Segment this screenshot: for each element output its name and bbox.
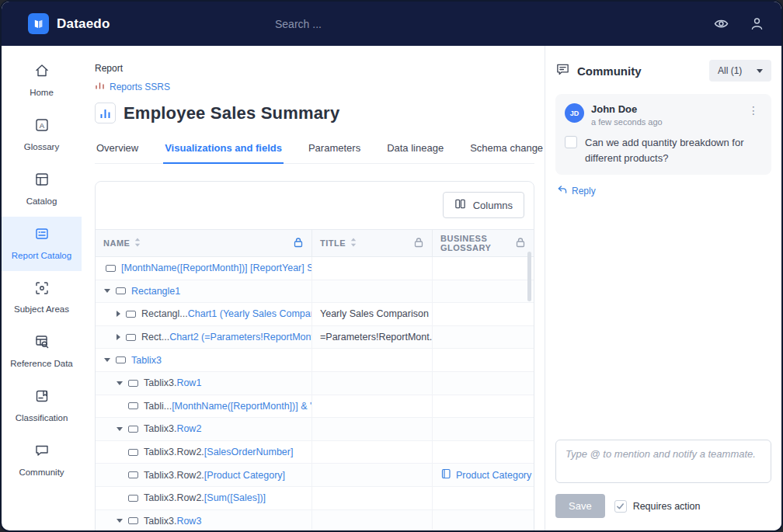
columns-button[interactable]: Columns	[443, 192, 524, 218]
breadcrumb[interactable]: Reports SSRS	[95, 81, 534, 92]
sidebar-item-subject-areas[interactable]: Subject Areas	[2, 271, 82, 325]
sidebar-item-glossary[interactable]: A Glossary	[2, 108, 82, 162]
sort-icon[interactable]	[350, 238, 357, 249]
cell-glossary	[432, 418, 534, 440]
comment-menu-icon[interactable]: ⋮	[745, 103, 762, 117]
row-link[interactable]: Row2	[176, 423, 201, 434]
cell-name: Tabli... [MonthName([ReportMonth])] & " …	[96, 395, 311, 418]
row-link[interactable]: Row3	[176, 516, 201, 527]
column-header-name[interactable]: NAME	[96, 230, 311, 256]
svg-text:A: A	[39, 120, 44, 129]
cell-glossary: Product Category	[432, 464, 534, 486]
requires-action-label: Requires action	[633, 501, 701, 512]
requires-action-toggle[interactable]: Requires action	[614, 499, 701, 513]
table-row[interactable]: Tablix3	[96, 349, 534, 372]
cell-name: Rect... Chart2 (=Parameters!ReportMonth.…	[96, 326, 311, 349]
table-row[interactable]: Rectangle1	[96, 280, 534, 304]
caret-icon[interactable]	[117, 311, 120, 317]
column-header-title[interactable]: TITLE	[311, 230, 432, 256]
table-row[interactable]: Tablix3. Row1	[96, 372, 534, 395]
comment-composer-input[interactable]	[555, 440, 771, 483]
table-scrollbar[interactable]	[527, 252, 531, 301]
eye-icon[interactable]	[713, 17, 729, 30]
row-link[interactable]: [Product Category]	[204, 470, 285, 481]
community-panel-icon	[555, 62, 570, 80]
comments-filter-dropdown[interactable]: All (1)	[709, 60, 771, 82]
dataedo-logo-icon[interactable]	[28, 13, 49, 34]
tab-overview[interactable]: Overview	[95, 135, 140, 163]
table-header: NAME TITLE	[96, 229, 534, 257]
tab-schema-change-tracking[interactable]: Schema change tracking	[468, 135, 545, 163]
requires-action-checkbox[interactable]	[614, 500, 627, 513]
tab-parameters[interactable]: Parameters	[307, 135, 362, 163]
save-button[interactable]: Save	[555, 494, 605, 518]
cell-name: Tablix3	[96, 349, 311, 371]
row-prefix: Tablix3.Row2.	[144, 470, 204, 481]
cell-name: Tablix3. Row1	[96, 372, 311, 395]
cell-glossary	[432, 441, 534, 464]
sidebar-item-classification[interactable]: Classification	[2, 379, 82, 433]
glossary-term[interactable]: Product Category	[440, 468, 531, 482]
caret-icon[interactable]	[117, 519, 123, 523]
sidebar-item-reference-data[interactable]: Reference Data	[2, 325, 82, 379]
row-link[interactable]: [SalesOrderNumber]	[204, 447, 294, 457]
tab-data-lineage[interactable]: Data lineage	[385, 135, 445, 163]
report-item-icon	[126, 334, 136, 341]
row-prefix: Rectangl...	[141, 308, 188, 319]
sidebar-item-home[interactable]: Home	[2, 54, 82, 108]
cell-glossary	[432, 280, 534, 303]
row-link[interactable]: Rectangle1	[131, 286, 180, 297]
sidebar-item-community[interactable]: Community	[2, 433, 82, 488]
comment-task-checkbox[interactable]	[565, 136, 577, 148]
caret-icon[interactable]	[117, 334, 120, 340]
tab-visualizations-and-fields[interactable]: Visualizations and fields	[163, 135, 284, 164]
search-input[interactable]: Search ...	[275, 18, 322, 30]
caret-icon[interactable]	[117, 427, 123, 431]
cell-title	[311, 395, 432, 418]
caret-icon[interactable]	[104, 358, 110, 362]
catalog-icon	[34, 172, 50, 190]
report-item-icon	[128, 449, 138, 456]
row-link[interactable]: [MonthName([ReportMonth])] & " ...	[172, 401, 311, 412]
classification-icon	[34, 388, 50, 407]
table-row[interactable]: Tablix3.Row2. [Product Category] Product…	[96, 464, 534, 487]
cell-title	[311, 418, 432, 440]
table-row[interactable]: Rect... Chart2 (=Parameters!ReportMonth.…	[96, 326, 534, 349]
brand-name: Dataedo	[57, 16, 110, 32]
table-row[interactable]: Tabli... [MonthName([ReportMonth])] & " …	[96, 395, 534, 419]
table-row[interactable]: Tablix3.Row2. [Sum([Sales])]	[96, 487, 534, 510]
sidebar-item-report-catalog[interactable]: Report Catalog	[2, 217, 82, 271]
community-panel-title: Community	[577, 64, 642, 78]
user-icon[interactable]	[750, 16, 764, 31]
table-row[interactable]: Tablix3. Row3	[96, 510, 534, 530]
cell-title	[311, 464, 432, 486]
main-content: Report Reports SSRS Employee Sales Summa…	[82, 46, 545, 530]
row-prefix: Tablix3.	[144, 516, 176, 527]
table-row[interactable]: Rectangl... Chart1 (Yearly Sales Compari…	[96, 303, 534, 326]
row-link[interactable]: Row1	[176, 377, 201, 388]
page-title: Employee Sales Summary	[124, 103, 339, 123]
cell-name: Rectangl... Chart1 (Yearly Sales Compari…	[96, 303, 311, 325]
caret-icon[interactable]	[104, 289, 110, 293]
cell-title	[311, 280, 432, 303]
row-link[interactable]: [MonthName([ReportMonth])] [ReportYear] …	[121, 263, 311, 273]
reply-button[interactable]: Reply	[555, 185, 771, 196]
table-row[interactable]: Tablix3. Row2	[96, 418, 534, 441]
sidebar-item-label: Glossary	[24, 141, 59, 153]
table-row[interactable]: [MonthName([ReportMonth])] [ReportYear] …	[96, 257, 534, 280]
community-icon	[34, 443, 50, 461]
sidebar-item-label: Community	[19, 467, 64, 478]
column-header-business-glossary[interactable]: BUSINESS GLOSSARY	[432, 230, 534, 256]
cell-glossary	[432, 257, 534, 280]
cell-title	[311, 372, 432, 395]
report-item-icon	[128, 517, 138, 524]
book-icon	[440, 468, 451, 482]
row-link[interactable]: Tablix3	[131, 355, 162, 366]
row-link[interactable]: Chart2 (=Parameters!ReportMonth....	[169, 332, 311, 342]
sidebar-item-catalog[interactable]: Catalog	[2, 162, 82, 217]
table-row[interactable]: Tablix3.Row2. [SalesOrderNumber]	[96, 441, 534, 464]
sort-icon[interactable]	[134, 238, 141, 249]
caret-icon[interactable]	[117, 381, 123, 385]
row-link[interactable]: [Sum([Sales])]	[204, 492, 266, 503]
row-link[interactable]: Chart1 (Yearly Sales Comparis...	[188, 308, 311, 319]
